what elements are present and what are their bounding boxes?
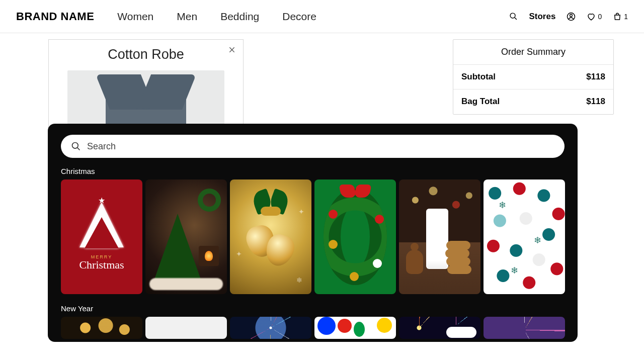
- bag-button[interactable]: 1: [613, 12, 628, 21]
- theme-gold-bells[interactable]: ✦ ✦ ❄: [230, 179, 311, 294]
- product-image: [67, 70, 224, 130]
- theme-cookies-milk[interactable]: [399, 179, 480, 294]
- brand-logo[interactable]: BRAND NAME: [16, 10, 94, 23]
- account-icon[interactable]: [567, 12, 576, 21]
- theme-green-wreath[interactable]: [314, 179, 396, 294]
- search-input[interactable]: [87, 141, 554, 152]
- theme-picker-overlay: Christmas ★ MERRY Christmas ✦ ✦ ❄: [48, 124, 578, 342]
- close-icon[interactable]: [228, 46, 236, 56]
- site-header: BRAND NAME Women Men Bedding Decore Stor…: [0, 0, 644, 33]
- nav-women[interactable]: Women: [117, 11, 153, 23]
- order-summary: Order Summary Subtotal $118 Bag Total $1…: [453, 39, 614, 115]
- theme-night-fireworks[interactable]: [399, 317, 480, 339]
- card-script-text: Christmas: [79, 258, 124, 272]
- page-body: Cotton Robe Order Summary Subtotal $118 …: [0, 33, 644, 130]
- wishlist-count: 0: [598, 13, 602, 21]
- picker-search[interactable]: [61, 135, 565, 158]
- christmas-row: ★ MERRY Christmas ✦ ✦ ❄: [61, 179, 565, 294]
- summary-label: Bag Total: [461, 97, 500, 107]
- theme-bokeh-lights[interactable]: [61, 317, 142, 339]
- section-christmas-label: Christmas: [61, 167, 565, 175]
- nav-decore[interactable]: Decore: [282, 11, 316, 23]
- theme-blank-white[interactable]: [145, 317, 227, 339]
- header-actions: Stores 0 1: [509, 12, 628, 22]
- svg-line-1: [515, 18, 517, 20]
- theme-blue-fireworks[interactable]: [230, 317, 311, 339]
- theme-purple-fireworks[interactable]: [484, 317, 565, 339]
- newyear-row: [61, 317, 565, 339]
- tree-icon: [79, 202, 124, 247]
- theme-ornament-pattern[interactable]: ❄ ❄ ❄: [484, 179, 565, 294]
- bag-icon: [613, 12, 622, 21]
- svg-point-0: [510, 13, 515, 18]
- heart-icon: [587, 12, 596, 21]
- order-summary-title: Order Summary: [453, 40, 613, 65]
- primary-nav: Women Men Bedding Decore: [117, 11, 509, 23]
- svg-line-7: [77, 148, 80, 150]
- wishlist-button[interactable]: 0: [587, 12, 602, 21]
- summary-row-subtotal: Subtotal $118: [453, 65, 613, 89]
- robe-illustration: [91, 74, 201, 130]
- summary-value: $118: [586, 72, 605, 82]
- stores-link[interactable]: Stores: [529, 12, 555, 22]
- nav-men[interactable]: Men: [177, 11, 197, 23]
- theme-cozy-tree-room[interactable]: [145, 179, 227, 294]
- cart-item-title: Cotton Robe: [61, 47, 231, 62]
- summary-row-bagtotal: Bag Total $118: [453, 89, 613, 114]
- theme-color-balloons[interactable]: [314, 317, 396, 339]
- nav-bedding[interactable]: Bedding: [220, 11, 259, 23]
- summary-value: $118: [586, 97, 605, 107]
- search-icon: [71, 141, 81, 151]
- theme-merry-christmas-card[interactable]: ★ MERRY Christmas: [61, 179, 142, 294]
- section-newyear-label: New Year: [61, 304, 565, 313]
- svg-point-6: [72, 143, 78, 149]
- bag-count: 1: [624, 13, 628, 21]
- summary-label: Subtotal: [461, 72, 496, 82]
- svg-point-3: [570, 14, 573, 17]
- cart-item-card: Cotton Robe: [48, 39, 244, 130]
- search-icon[interactable]: [509, 12, 518, 21]
